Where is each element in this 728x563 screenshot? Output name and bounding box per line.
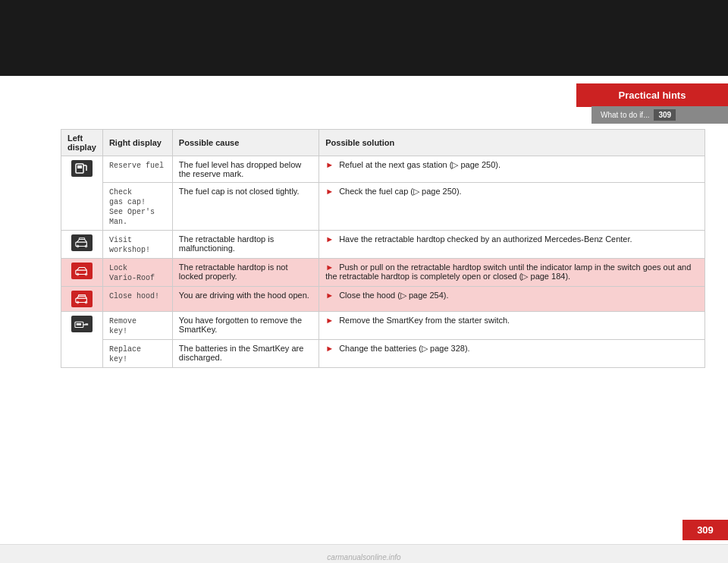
table-row: Close hood! You are driving with the hoo…	[61, 287, 705, 312]
icon-cell-key	[61, 312, 103, 368]
right-display-4: LockVario-Roof	[102, 259, 172, 287]
table-row: Reserve fuel The fuel level has dropped …	[61, 156, 705, 183]
solution-6: ► Remove the SmartKey from the starter s…	[319, 312, 705, 340]
cause-6: You have forgotten to remove the SmartKe…	[172, 312, 318, 340]
right-display-1: Reserve fuel	[102, 156, 172, 183]
table-row: Visitworkshop! The retractable hardtop i…	[61, 231, 705, 259]
sub-tab-page-ref: 309	[654, 109, 676, 121]
svg-point-4	[86, 169, 87, 171]
svg-rect-24	[77, 323, 81, 326]
table-header-row: Left display Right display Possible caus…	[61, 130, 705, 156]
cause-4: The retractable hardtop is not locked pr…	[172, 259, 318, 287]
what-to-do-label: What to do if...	[601, 111, 649, 119]
car-open-icon	[71, 234, 93, 251]
solution-5: ► Close the hood (▷ page 254).	[319, 287, 705, 312]
icon-cell-car-hood	[61, 287, 103, 312]
header-bar	[0, 0, 728, 76]
table-row: Checkgas cap!See Oper's Man. The fuel ca…	[61, 183, 705, 231]
cause-3: The retractable hardtop is malfunctionin…	[172, 231, 318, 259]
bottom-bar: carmanualsonline.info	[0, 544, 728, 563]
col-header-right-display: Right display	[102, 130, 172, 156]
warning-table: Left display Right display Possible caus…	[61, 129, 705, 368]
table-row: LockVario-Roof The retractable hardtop i…	[61, 259, 705, 287]
right-display-7: Replacekey!	[102, 340, 172, 368]
right-display-2: Checkgas cap!See Oper's Man.	[102, 183, 172, 231]
practical-hints-tab: Practical hints	[576, 83, 728, 107]
solution-3: ► Have the retractable hardtop checked b…	[319, 231, 705, 259]
page-number: 309	[682, 520, 728, 540]
solution-2: ► Check the fuel cap (▷ page 250).	[319, 183, 705, 231]
car-lock-icon	[71, 263, 93, 279]
right-display-6: Removekey!	[102, 312, 172, 340]
car-hood-icon	[71, 291, 93, 307]
icon-cell-car-open	[61, 231, 103, 259]
what-to-do-subtab: What to do if... 309	[592, 106, 728, 124]
cause-2: The fuel cap is not closed tightly.	[172, 183, 318, 231]
icon-cell-car-lock	[61, 259, 103, 287]
col-header-solution: Possible solution	[319, 130, 705, 156]
col-header-left-display: Left display	[61, 130, 103, 156]
watermark: carmanualsonline.info	[0, 553, 728, 561]
right-display-5: Close hood!	[102, 287, 172, 312]
icon-cell-fuel	[61, 156, 103, 231]
cause-5: You are driving with the hood open.	[172, 287, 318, 312]
fuel-icon	[71, 160, 93, 177]
solution-1: ► Refuel at the next gas station (▷ page…	[319, 156, 705, 183]
solution-4: ► Push or pull on the retractable hardto…	[319, 259, 705, 287]
key-icon	[71, 316, 93, 332]
practical-hints-label: Practical hints	[619, 90, 686, 101]
svg-rect-1	[77, 165, 82, 168]
cause-1: The fuel level has dropped below the res…	[172, 156, 318, 183]
solution-7: ► Change the batteries (▷ page 328).	[319, 340, 705, 368]
right-display-3: Visitworkshop!	[102, 231, 172, 259]
main-content: Left display Right display Possible caus…	[61, 129, 705, 502]
table-row: Replacekey! The batteries in the SmartKe…	[61, 340, 705, 368]
col-header-cause: Possible cause	[172, 130, 318, 156]
table-row: Removekey! You have forgotten to remove …	[61, 312, 705, 340]
cause-7: The batteries in the SmartKey are discha…	[172, 340, 318, 368]
